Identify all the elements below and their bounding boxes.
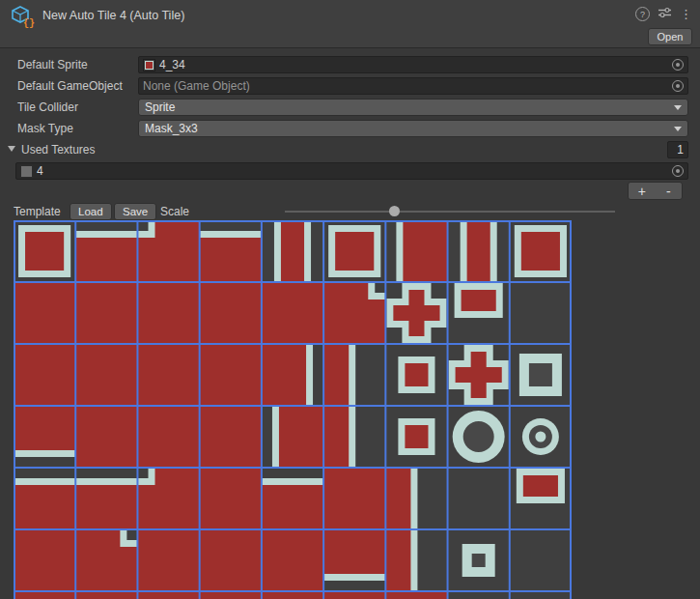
object-picker-icon[interactable] bbox=[672, 59, 684, 71]
mask-type-dropdown[interactable]: Mask_3x3 bbox=[138, 120, 688, 137]
template-bar: Template Load Save Scale bbox=[0, 201, 700, 222]
header-icon-bar: ? ⋮ bbox=[635, 7, 692, 21]
row-mask-type: Mask Type Mask_3x3 bbox=[0, 118, 700, 139]
list-footer: + - bbox=[628, 182, 683, 200]
kebab-menu-icon[interactable]: ⋮ bbox=[680, 8, 692, 20]
inspector-window: {} New Auto Tile 4 (Auto Tile) ? ⋮ Open … bbox=[0, 0, 700, 599]
slider-handle[interactable] bbox=[389, 206, 400, 216]
row-tile-collider: Tile Collider Sprite bbox=[0, 97, 700, 118]
mask-type-label: Mask Type bbox=[17, 122, 73, 135]
texture-thumbnail-icon bbox=[20, 165, 33, 178]
autotile-asset-icon: {} bbox=[10, 5, 33, 28]
texture-element-value: 4 bbox=[37, 164, 668, 178]
help-icon[interactable]: ? bbox=[635, 7, 650, 21]
texture-element-field[interactable]: 4 bbox=[15, 162, 688, 180]
default-sprite-value: 4_34 bbox=[159, 58, 668, 71]
open-button[interactable]: Open bbox=[648, 28, 692, 45]
slider-track[interactable] bbox=[285, 211, 615, 213]
save-button[interactable]: Save bbox=[114, 203, 156, 220]
template-label: Template bbox=[14, 205, 61, 218]
used-textures-label[interactable]: Used Textures bbox=[21, 143, 95, 157]
asset-title: New Auto Tile 4 (Auto Tile) bbox=[42, 9, 184, 22]
tile-collider-value: Sprite bbox=[145, 100, 175, 114]
used-textures-size: 1 bbox=[677, 143, 684, 157]
load-button[interactable]: Load bbox=[70, 203, 112, 220]
chevron-down-icon bbox=[674, 127, 682, 131]
default-sprite-field[interactable]: 4_34 bbox=[138, 56, 688, 73]
row-texture-element: 4 bbox=[0, 160, 700, 182]
default-sprite-label: Default Sprite bbox=[17, 58, 88, 71]
braces-badge-icon: {} bbox=[23, 19, 35, 29]
object-picker-icon[interactable] bbox=[672, 165, 684, 177]
row-used-textures: Used Textures 1 bbox=[0, 139, 700, 160]
chevron-down-icon bbox=[674, 105, 682, 110]
default-gameobject-value: None (Game Object) bbox=[143, 79, 668, 93]
add-texture-button[interactable]: + bbox=[629, 183, 656, 199]
mask-type-value: Mask_3x3 bbox=[145, 122, 198, 135]
used-textures-size-field[interactable]: 1 bbox=[667, 141, 688, 158]
remove-texture-button[interactable]: - bbox=[656, 183, 683, 199]
default-gameobject-label: Default GameObject bbox=[17, 79, 123, 93]
row-default-sprite: Default Sprite 4_34 bbox=[0, 54, 700, 75]
tile-collider-label: Tile Collider bbox=[17, 100, 78, 114]
row-default-gameobject: Default GameObject None (Game Object) bbox=[0, 75, 700, 97]
scale-label: Scale bbox=[160, 205, 189, 218]
sprite-thumbnail-icon bbox=[143, 59, 155, 71]
presets-icon[interactable] bbox=[658, 7, 671, 21]
object-picker-icon[interactable] bbox=[672, 80, 684, 92]
tileset-preview[interactable] bbox=[14, 220, 572, 599]
tile-collider-dropdown[interactable]: Sprite bbox=[138, 99, 688, 116]
inspector-header: {} New Auto Tile 4 (Auto Tile) ? ⋮ Open bbox=[0, 0, 700, 48]
scale-slider[interactable] bbox=[285, 203, 615, 220]
foldout-arrow-icon[interactable] bbox=[8, 146, 15, 152]
default-gameobject-field[interactable]: None (Game Object) bbox=[138, 77, 688, 95]
